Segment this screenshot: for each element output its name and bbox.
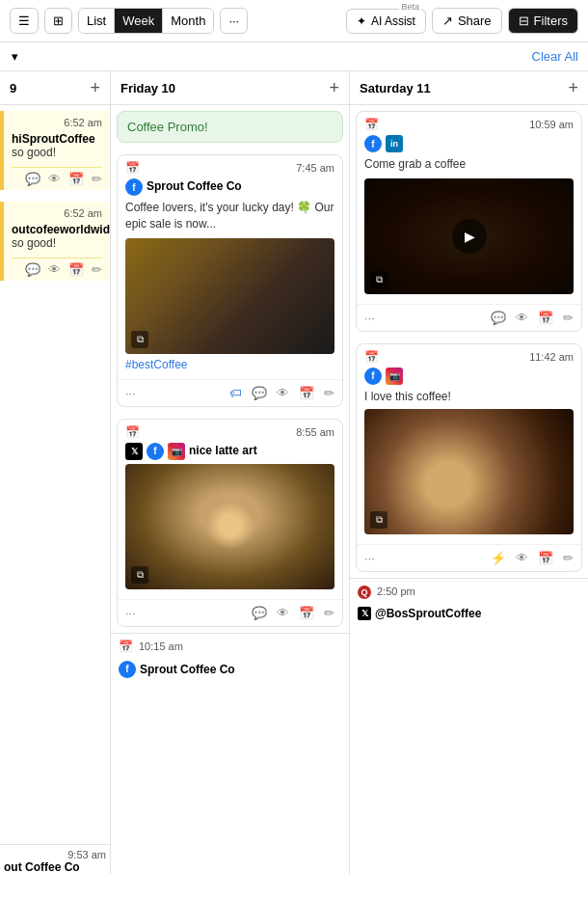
eye-icon-745[interactable]: 👁 [277, 386, 289, 400]
eye-icon[interactable]: 👁 [48, 172, 61, 186]
card-social-icons-1059: 📅 [364, 118, 379, 131]
card-text: so good! [12, 146, 102, 159]
clear-all-link[interactable]: Clear All [532, 49, 578, 64]
menu-icon: ☰ [18, 14, 30, 28]
more-icon-1059[interactable]: ··· [364, 311, 375, 325]
card-time-855: 8:55 am [296, 426, 334, 438]
calendar-small-icon-1059: 📅 [364, 118, 379, 131]
card-social-icons-855: 📅 [125, 425, 140, 439]
list-view-button[interactable]: List [79, 9, 115, 33]
col-saturday-11: Saturday 11 + 📅 10:59 am f in Come grab … [350, 71, 588, 874]
eye-icon-1059[interactable]: 👁 [516, 311, 528, 325]
card-account-745: Sprout Coffee Co [147, 179, 242, 193]
calendar-icon-745[interactable]: 📅 [299, 386, 314, 400]
edit-icon-745[interactable]: ✏ [324, 386, 334, 400]
instagram-icon-855: 📷 [168, 443, 185, 460]
more-icon-745[interactable]: ··· [125, 386, 136, 400]
card-time-1059: 10:59 am [529, 119, 574, 130]
more-icon-1142[interactable]: ··· [364, 551, 375, 565]
more-icon: ··· [228, 14, 239, 28]
more-icon-855[interactable]: ··· [125, 606, 136, 620]
multi-image-icon-1142: ⧉ [370, 511, 388, 529]
edit-icon-855[interactable]: ✏ [324, 606, 334, 620]
linkedin-icon-1059: in [386, 135, 403, 152]
bolt-icon-1142[interactable]: ⚡ [491, 551, 506, 565]
col-day-9: 9 + 6:52 am hiSproutCoffee so good! 💬 👁 … [0, 71, 111, 874]
card-image-855: ⧉ [125, 464, 334, 589]
menu-button[interactable]: ☰ [10, 8, 39, 34]
col-fri-header: Friday 10 + [111, 71, 349, 105]
week-view-button[interactable]: Week [115, 9, 163, 33]
card-image-745: ⧉ [125, 238, 334, 354]
comment-icon[interactable]: 💬 [25, 172, 40, 186]
card-social-icons-1142: 📅 [364, 350, 379, 364]
account-sat-bottom: @BosSproutCoffee [375, 607, 481, 620]
filters-label: Filters [534, 14, 568, 28]
twitter-icon-855: 𝕏 [125, 443, 143, 460]
col-fri-title: Friday 10 [120, 81, 175, 95]
card-text-2: so good! [12, 236, 102, 250]
share-label: Share [458, 14, 492, 28]
facebook-icon: f [125, 178, 143, 196]
calendar-small-icon: 📅 [125, 161, 140, 175]
filters-icon: ⊟ [519, 14, 529, 28]
view-switcher: List Week Month [78, 8, 214, 34]
card-time-745: 7:45 am [296, 162, 334, 174]
quora-icon-sat-bottom: Q [358, 585, 371, 599]
col-sat-header: Saturday 11 + [350, 71, 588, 105]
prev-bottom-time: 9:53 am [0, 849, 110, 860]
calendar-small-icon-1142: 📅 [364, 350, 379, 364]
play-button-icon[interactable] [452, 219, 487, 254]
edit-icon-2[interactable]: ✏ [92, 262, 102, 277]
share-icon: ↗ [442, 14, 453, 28]
sub-toolbar: ▾ Clear All [0, 42, 588, 71]
card-text-1142: I love this coffee! [364, 389, 574, 405]
ai-icon: ✦ [357, 14, 366, 28]
card-time-1142: 11:42 am [529, 351, 574, 363]
edit-icon-1059[interactable]: ✏ [563, 311, 574, 325]
edit-icon[interactable]: ✏ [92, 172, 102, 186]
card-time-2: 6:52 am [12, 207, 102, 219]
facebook-icon-fri-bottom: f [119, 661, 136, 678]
comment-icon-1059[interactable]: 💬 [491, 311, 506, 325]
comment-icon-855[interactable]: 💬 [252, 606, 267, 620]
collapse-button[interactable]: ▾ [6, 46, 24, 67]
calendar-icon-1059[interactable]: 📅 [538, 311, 553, 325]
calendar-icon-fri-bottom: 📅 [119, 640, 133, 653]
card-sat-bottom-account: 𝕏 @BosSproutCoffee [350, 605, 588, 624]
card-image-1059: ⧉ [364, 178, 574, 294]
calendar-icon-1142[interactable]: 📅 [538, 551, 553, 565]
eye-icon-855[interactable]: 👁 [277, 606, 289, 620]
card-sat-bottom: Q 2:50 pm [350, 578, 588, 605]
card-hashtag-745: #bestCoffee [125, 358, 334, 371]
toolbar: ☰ ⊞ List Week Month ··· Beta ✦ AI Assist… [0, 0, 588, 42]
calendar-small-icon-855: 📅 [125, 425, 140, 439]
more-button[interactable]: ··· [220, 8, 248, 34]
promo-card[interactable]: Coffee Promo! [117, 111, 343, 143]
layout-button[interactable]: ⊞ [44, 8, 72, 34]
calendar-icon-855[interactable]: 📅 [299, 606, 314, 620]
col-fri-add-button[interactable]: + [329, 79, 339, 96]
time-sat-bottom: 2:50 pm [377, 586, 415, 597]
yellow-card-2: 6:52 am outcofeeworldwide so good! 💬 👁 📅… [0, 202, 110, 281]
yellow-card-1: 6:52 am hiSproutCoffee so good! 💬 👁 📅 ✏ [0, 111, 110, 190]
share-button[interactable]: ↗ Share [432, 8, 502, 34]
card-account-855: nice latte art [189, 444, 257, 457]
col-sat-add-button[interactable]: + [568, 79, 578, 96]
comment-icon-745[interactable]: 💬 [252, 386, 267, 400]
month-view-button[interactable]: Month [163, 9, 213, 33]
eye-icon-1142[interactable]: 👁 [516, 551, 528, 565]
card-image-1142: ⧉ [364, 409, 574, 534]
eye-icon-2[interactable]: 👁 [48, 262, 61, 277]
edit-icon-1142[interactable]: ✏ [563, 551, 574, 565]
comment-icon-2[interactable]: 💬 [25, 262, 40, 277]
calendar-icon[interactable]: 📅 [68, 172, 84, 186]
tag-icon-745[interactable]: 🏷 [229, 386, 242, 400]
card-sat-1059: 📅 10:59 am f in Come grab a coffee ⧉ ···… [356, 111, 582, 332]
card-fri-745: 📅 7:45 am f Sprout Coffee Co Coffee love… [117, 154, 343, 407]
ai-assist-button[interactable]: Beta ✦ AI Assist [346, 9, 426, 34]
calendar-icon-2[interactable]: 📅 [68, 262, 84, 277]
col-9-add-button[interactable]: + [90, 79, 100, 96]
filters-button[interactable]: ⊟ Filters [508, 8, 578, 34]
twitter-icon-sat-bottom: 𝕏 [358, 607, 371, 620]
